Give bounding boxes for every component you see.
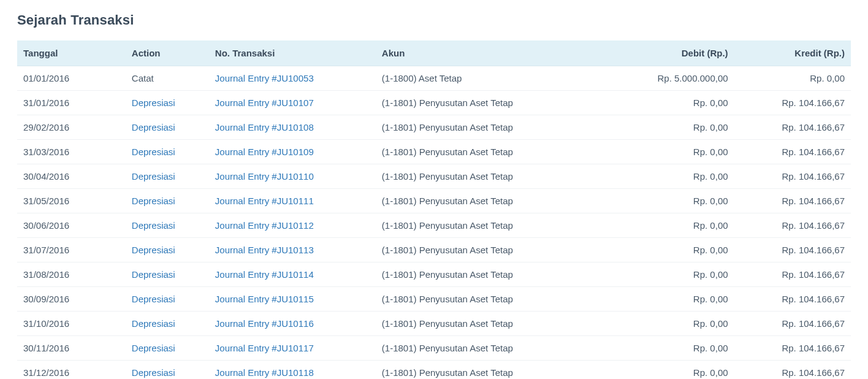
txn-link[interactable]: Journal Entry #JU10108	[215, 122, 314, 132]
cell-txn: Journal Entry #JU10053	[209, 66, 376, 91]
cell-debit: Rp. 0,00	[617, 262, 734, 287]
cell-date: 31/03/2016	[17, 140, 126, 164]
cell-credit: Rp. 104.166,67	[734, 336, 851, 361]
action-link[interactable]: Depresiasi	[132, 147, 175, 157]
table-row: 31/10/2016DepresiasiJournal Entry #JU101…	[17, 312, 851, 336]
txn-link[interactable]: Journal Entry #JU10117	[215, 343, 314, 353]
table-row: 30/06/2016DepresiasiJournal Entry #JU101…	[17, 213, 851, 238]
cell-credit: Rp. 104.166,67	[734, 262, 851, 287]
cell-date: 30/06/2016	[17, 213, 126, 238]
action-link[interactable]: Depresiasi	[132, 122, 175, 132]
cell-debit: Rp. 0,00	[617, 140, 734, 164]
txn-link[interactable]: Journal Entry #JU10114	[215, 269, 314, 280]
cell-action: Depresiasi	[126, 287, 209, 312]
cell-account: (1-1801) Penyusutan Aset Tetap	[376, 189, 617, 213]
cell-account: (1-1801) Penyusutan Aset Tetap	[376, 91, 617, 115]
cell-credit: Rp. 104.166,67	[734, 189, 851, 213]
cell-credit: Rp. 104.166,67	[734, 361, 851, 380]
table-row: 29/02/2016DepresiasiJournal Entry #JU101…	[17, 115, 851, 140]
action-link[interactable]: Depresiasi	[132, 171, 175, 182]
table-row: 31/07/2016DepresiasiJournal Entry #JU101…	[17, 238, 851, 262]
txn-link[interactable]: Journal Entry #JU10053	[215, 73, 314, 83]
cell-credit: Rp. 104.166,67	[734, 312, 851, 336]
cell-action: Depresiasi	[126, 189, 209, 213]
cell-account: (1-1801) Penyusutan Aset Tetap	[376, 164, 617, 189]
cell-txn: Journal Entry #JU10109	[209, 140, 376, 164]
action-link[interactable]: Depresiasi	[132, 245, 175, 255]
cell-debit: Rp. 0,00	[617, 164, 734, 189]
action-link[interactable]: Depresiasi	[132, 367, 175, 378]
action-link[interactable]: Depresiasi	[132, 269, 175, 280]
txn-link[interactable]: Journal Entry #JU10116	[215, 318, 314, 329]
cell-action: Depresiasi	[126, 361, 209, 380]
cell-credit: Rp. 104.166,67	[734, 140, 851, 164]
cell-txn: Journal Entry #JU10113	[209, 238, 376, 262]
cell-debit: Rp. 0,00	[617, 238, 734, 262]
cell-account: (1-1801) Penyusutan Aset Tetap	[376, 213, 617, 238]
cell-txn: Journal Entry #JU10112	[209, 213, 376, 238]
table-row: 31/08/2016DepresiasiJournal Entry #JU101…	[17, 262, 851, 287]
col-credit: Kredit (Rp.)	[734, 40, 851, 66]
txn-link[interactable]: Journal Entry #JU10118	[215, 367, 314, 378]
col-debit: Debit (Rp.)	[617, 40, 734, 66]
cell-debit: Rp. 0,00	[617, 115, 734, 140]
cell-action: Catat	[126, 66, 209, 91]
cell-date: 29/02/2016	[17, 115, 126, 140]
txn-link[interactable]: Journal Entry #JU10112	[215, 220, 314, 231]
table-row: 31/01/2016DepresiasiJournal Entry #JU101…	[17, 91, 851, 115]
cell-debit: Rp. 0,00	[617, 312, 734, 336]
cell-debit: Rp. 0,00	[617, 336, 734, 361]
cell-txn: Journal Entry #JU10118	[209, 361, 376, 380]
cell-txn: Journal Entry #JU10114	[209, 262, 376, 287]
cell-credit: Rp. 104.166,67	[734, 238, 851, 262]
cell-account: (1-1801) Penyusutan Aset Tetap	[376, 312, 617, 336]
cell-date: 30/11/2016	[17, 336, 126, 361]
txn-link[interactable]: Journal Entry #JU10107	[215, 98, 314, 108]
page-title: Sejarah Transaksi	[17, 12, 851, 28]
cell-action: Depresiasi	[126, 312, 209, 336]
cell-action: Depresiasi	[126, 213, 209, 238]
table-row: 30/04/2016DepresiasiJournal Entry #JU101…	[17, 164, 851, 189]
action-link[interactable]: Depresiasi	[132, 294, 175, 304]
cell-account: (1-1801) Penyusutan Aset Tetap	[376, 115, 617, 140]
txn-link[interactable]: Journal Entry #JU10115	[215, 294, 314, 304]
cell-txn: Journal Entry #JU10116	[209, 312, 376, 336]
cell-action: Depresiasi	[126, 262, 209, 287]
cell-txn: Journal Entry #JU10108	[209, 115, 376, 140]
col-account: Akun	[376, 40, 617, 66]
table-row: 31/05/2016DepresiasiJournal Entry #JU101…	[17, 189, 851, 213]
cell-credit: Rp. 104.166,67	[734, 287, 851, 312]
action-link[interactable]: Depresiasi	[132, 318, 175, 329]
cell-action: Depresiasi	[126, 336, 209, 361]
cell-account: (1-1801) Penyusutan Aset Tetap	[376, 140, 617, 164]
cell-debit: Rp. 0,00	[617, 189, 734, 213]
table-row: 30/09/2016DepresiasiJournal Entry #JU101…	[17, 287, 851, 312]
cell-account: (1-1801) Penyusutan Aset Tetap	[376, 262, 617, 287]
txn-link[interactable]: Journal Entry #JU10111	[215, 196, 314, 206]
cell-debit: Rp. 0,00	[617, 91, 734, 115]
action-link[interactable]: Depresiasi	[132, 98, 175, 108]
txn-link[interactable]: Journal Entry #JU10110	[215, 171, 314, 182]
cell-action: Depresiasi	[126, 238, 209, 262]
transaction-table: Tanggal Action No. Transaksi Akun Debit …	[17, 40, 851, 379]
cell-debit: Rp. 0,00	[617, 287, 734, 312]
cell-date: 31/07/2016	[17, 238, 126, 262]
cell-credit: Rp. 0,00	[734, 66, 851, 91]
action-link[interactable]: Depresiasi	[132, 220, 175, 231]
cell-credit: Rp. 104.166,67	[734, 164, 851, 189]
cell-date: 31/05/2016	[17, 189, 126, 213]
table-row: 30/11/2016DepresiasiJournal Entry #JU101…	[17, 336, 851, 361]
action-link[interactable]: Depresiasi	[132, 343, 175, 353]
cell-date: 31/12/2016	[17, 361, 126, 380]
cell-account: (1-1801) Penyusutan Aset Tetap	[376, 287, 617, 312]
cell-debit: Rp. 0,00	[617, 361, 734, 380]
cell-action: Depresiasi	[126, 115, 209, 140]
col-txn: No. Transaksi	[209, 40, 376, 66]
cell-txn: Journal Entry #JU10115	[209, 287, 376, 312]
txn-link[interactable]: Journal Entry #JU10113	[215, 245, 314, 255]
cell-account: (1-1801) Penyusutan Aset Tetap	[376, 361, 617, 380]
cell-debit: Rp. 0,00	[617, 213, 734, 238]
txn-link[interactable]: Journal Entry #JU10109	[215, 147, 314, 157]
table-row: 31/12/2016DepresiasiJournal Entry #JU101…	[17, 361, 851, 380]
action-link[interactable]: Depresiasi	[132, 196, 175, 206]
